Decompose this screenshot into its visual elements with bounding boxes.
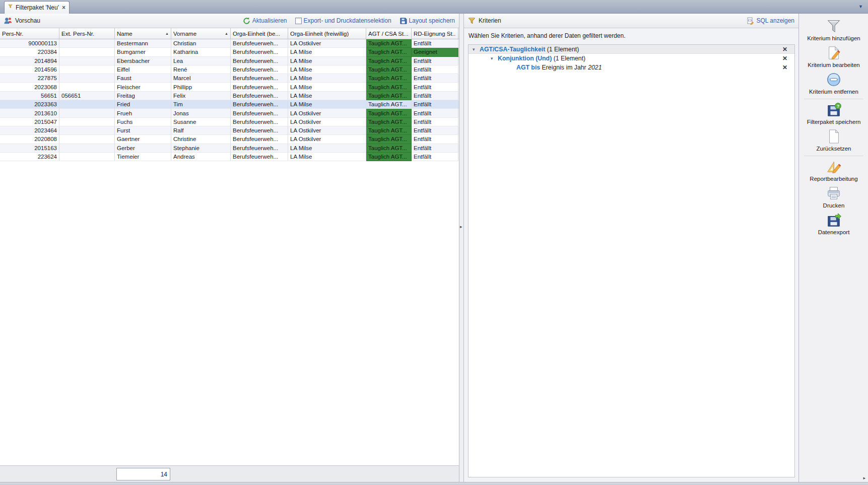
- cell-name[interactable]: Bestermann: [115, 39, 171, 48]
- kriterium-entfernen-button[interactable]: Kriterium entfernen: [799, 71, 868, 97]
- cell-orga_be[interactable]: Berufsfeuerweh...: [231, 144, 288, 153]
- cell-agt[interactable]: Tauglich AGT...: [366, 100, 412, 109]
- reportbearbeitung-button[interactable]: Reportbearbeitung: [799, 158, 868, 184]
- column-header-rd[interactable]: RD-Eignung St...: [412, 28, 458, 39]
- table-row[interactable]: 2023363FriedTimBerufsfeuerweh...LA Milse…: [0, 100, 459, 109]
- cell-rd[interactable]: Entfällt: [412, 135, 458, 144]
- cell-orga_frei[interactable]: LA Milse: [288, 57, 366, 65]
- cell-rd[interactable]: Entfällt: [412, 118, 458, 126]
- cell-agt[interactable]: Tauglich AGT...: [366, 126, 412, 135]
- cell-name[interactable]: Freitag: [115, 92, 171, 100]
- cell-rd[interactable]: Entfällt: [412, 109, 458, 117]
- remove-criterion-icon[interactable]: ✕: [782, 64, 787, 71]
- cell-orga_frei[interactable]: LA Milse: [288, 100, 366, 109]
- table-row[interactable]: 2023464FurstRalfBerufsfeuerweh...LA Ostk…: [0, 126, 459, 135]
- column-header-pers[interactable]: Pers-Nr.: [0, 28, 59, 39]
- refresh-button[interactable]: Aktualisieren: [243, 17, 287, 25]
- cell-agt[interactable]: Tauglich AGT...: [366, 135, 412, 144]
- cell-vorname[interactable]: Christine: [171, 135, 231, 144]
- cell-rd[interactable]: Entfällt: [412, 39, 458, 48]
- cell-agt[interactable]: Tauglich AGT...: [366, 57, 412, 65]
- cell-orga_be[interactable]: Berufsfeuerweh...: [231, 65, 288, 74]
- cell-vorname[interactable]: Phillipp: [171, 83, 231, 91]
- cell-ext[interactable]: [59, 144, 115, 153]
- column-header-agt[interactable]: AGT / CSA St...: [366, 28, 412, 39]
- criteria-tree-item[interactable]: AGT bis Ereignis im Jahr 2021✕: [469, 63, 794, 72]
- cell-vorname[interactable]: Stephanie: [171, 144, 231, 153]
- cell-vorname[interactable]: Jonas: [171, 109, 231, 117]
- table-row[interactable]: 223624TiemeierAndreasBerufsfeuerweh...LA…: [0, 153, 459, 161]
- remove-criterion-icon[interactable]: ✕: [782, 55, 787, 62]
- cell-orga_frei[interactable]: LA Ostkilver: [288, 126, 366, 135]
- export-print-selection-checkbox[interactable]: Export- und Druckdatenselektion: [295, 17, 391, 24]
- cell-ext[interactable]: [59, 65, 115, 74]
- cell-pers[interactable]: 2023464: [0, 126, 59, 135]
- cell-rd[interactable]: Entfällt: [412, 65, 458, 74]
- cell-ext[interactable]: [59, 126, 115, 135]
- cell-agt[interactable]: Tauglich AGT...: [366, 74, 412, 83]
- cell-agt[interactable]: Tauglich AGT...: [366, 118, 412, 126]
- cell-name[interactable]: Fried: [115, 100, 171, 109]
- criteria-tree-item[interactable]: ▾Konjunktion (Und) (1 Element)✕: [469, 54, 794, 63]
- cell-orga_frei[interactable]: LA Milse: [288, 153, 366, 161]
- cell-vorname[interactable]: Susanne: [171, 118, 231, 126]
- cell-pers[interactable]: 227875: [0, 74, 59, 83]
- cell-ext[interactable]: [59, 83, 115, 91]
- cell-ext[interactable]: [59, 118, 115, 126]
- checkbox-icon[interactable]: [295, 18, 302, 24]
- cell-orga_frei[interactable]: LA Ostkilver: [288, 109, 366, 117]
- table-row[interactable]: 2013610FruehJonasBerufsfeuerweh...LA Ost…: [0, 109, 459, 117]
- cell-name[interactable]: Gerber: [115, 144, 171, 153]
- save-layout-button[interactable]: Layout speichern: [399, 17, 455, 25]
- cell-orga_frei[interactable]: LA Milse: [288, 48, 366, 56]
- column-header-name[interactable]: Name▲: [115, 28, 171, 39]
- cell-pers[interactable]: 2020808: [0, 135, 59, 144]
- remove-criterion-icon[interactable]: ✕: [782, 46, 787, 53]
- cell-orga_frei[interactable]: LA Milse: [288, 65, 366, 74]
- cell-ext[interactable]: [59, 109, 115, 117]
- cell-orga_frei[interactable]: LA Milse: [288, 83, 366, 91]
- zurücksetzen-button[interactable]: Zurücksetzen: [799, 127, 868, 154]
- cell-rd[interactable]: Entfällt: [412, 144, 458, 153]
- cell-name[interactable]: Fuchs: [115, 118, 171, 126]
- cell-agt[interactable]: Tauglich AGT...: [366, 48, 412, 56]
- table-row[interactable]: 2014596EiffelRenéBerufsfeuerweh...LA Mil…: [0, 65, 459, 74]
- cell-orga_frei[interactable]: LA Ostkilver: [288, 39, 366, 48]
- cell-orga_be[interactable]: Berufsfeuerweh...: [231, 100, 288, 109]
- cell-ext[interactable]: [59, 39, 115, 48]
- cell-orga_be[interactable]: Berufsfeuerweh...: [231, 135, 288, 144]
- table-row[interactable]: 220384BumgarnerKatharinaBerufsfeuerweh..…: [0, 48, 459, 56]
- table-row[interactable]: 2015047FuchsSusanneBerufsfeuerweh...LA O…: [0, 118, 459, 126]
- cell-pers[interactable]: 2014894: [0, 57, 59, 65]
- cell-name[interactable]: Bumgarner: [115, 48, 171, 56]
- cell-ext[interactable]: [59, 48, 115, 56]
- cell-vorname[interactable]: Christian: [171, 39, 231, 48]
- cell-orga_be[interactable]: Berufsfeuerweh...: [231, 83, 288, 91]
- cell-pers[interactable]: 2013610: [0, 109, 59, 117]
- cell-vorname[interactable]: Andreas: [171, 153, 231, 161]
- cell-ext[interactable]: [59, 100, 115, 109]
- kriterium-hinzufügen-button[interactable]: Kriterium hinzufügen: [799, 17, 868, 44]
- cell-pers[interactable]: 56651: [0, 92, 59, 100]
- cell-agt[interactable]: Tauglich AGT...: [366, 144, 412, 153]
- cell-rd[interactable]: Geeignet: [412, 48, 458, 56]
- cell-orga_be[interactable]: Berufsfeuerweh...: [231, 92, 288, 100]
- cell-name[interactable]: Frueh: [115, 109, 171, 117]
- table-row[interactable]: 56651056651FreitagFelixBerufsfeuerweh...…: [0, 92, 459, 100]
- cell-vorname[interactable]: Felix: [171, 92, 231, 100]
- cell-name[interactable]: Gaertner: [115, 135, 171, 144]
- cell-vorname[interactable]: Lea: [171, 57, 231, 65]
- cell-agt[interactable]: Tauglich AGT...: [366, 83, 412, 91]
- drucken-button[interactable]: Drucken: [799, 184, 868, 211]
- tree-expander-icon[interactable]: ▾: [473, 47, 480, 52]
- table-row[interactable]: 2015163GerberStephanieBerufsfeuerweh...L…: [0, 144, 459, 153]
- cell-orga_be[interactable]: Berufsfeuerweh...: [231, 126, 288, 135]
- splitter-collapse-icon[interactable]: ▸: [460, 224, 462, 229]
- cell-orga_be[interactable]: Berufsfeuerweh...: [231, 39, 288, 48]
- cell-orga_frei[interactable]: LA Ostkilver: [288, 135, 366, 144]
- cell-orga_be[interactable]: Berufsfeuerweh...: [231, 109, 288, 117]
- tab-overflow-arrow-icon[interactable]: ▼: [858, 4, 863, 9]
- cell-vorname[interactable]: Katharina: [171, 48, 231, 56]
- cell-orga_be[interactable]: Berufsfeuerweh...: [231, 74, 288, 83]
- tree-expander-icon[interactable]: ▾: [491, 56, 498, 61]
